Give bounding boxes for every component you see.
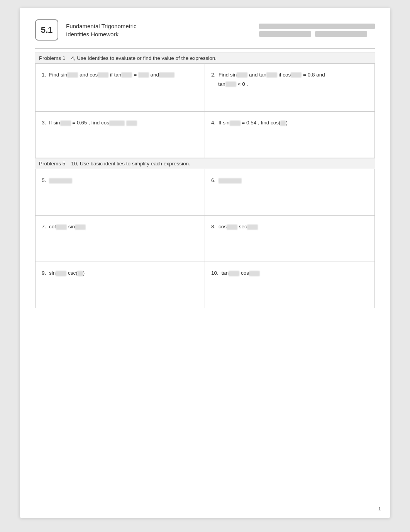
var-theta-1a <box>67 72 78 78</box>
problem-7-number: 7. <box>42 224 46 229</box>
problem-9: 9. sin csc() <box>36 262 205 308</box>
problem-2: 2. Find sin and tan if cos = 0.8 and tan… <box>205 64 374 112</box>
val-3 <box>126 121 137 126</box>
problem-10-number: 10. <box>211 270 219 276</box>
problem-6-number: 6. <box>211 177 215 183</box>
page-number: 1 <box>378 506 381 512</box>
header-fields <box>259 24 375 37</box>
section-1-label: Problems 1 <box>39 55 65 61</box>
var-theta-1b <box>98 72 108 78</box>
var-theta-2b <box>266 72 277 78</box>
problem-3: 3. If sin = 0.65 , find cos <box>36 112 205 158</box>
problem-4-number: 4. <box>211 120 215 126</box>
problem-3-number: 3. <box>42 120 46 126</box>
problem-8: 8. cos sec <box>205 216 374 262</box>
page-title: Fundamental Trigonometric Identities Hom… <box>66 22 137 38</box>
problems-grid-1: 1. Find sin and cos if tan = and 2. Find… <box>35 64 375 158</box>
problem-6: 6. <box>205 169 374 216</box>
problem-8-number: 8. <box>211 224 215 229</box>
page-header: 5.1 Fundamental Trigonometric Identities… <box>35 19 375 49</box>
var-8a <box>227 224 237 230</box>
expr-5 <box>49 178 72 184</box>
name-field <box>259 24 375 29</box>
problem-1: 1. Find sin and cos if tan = and <box>36 64 205 112</box>
section-2-text: 10, Use basic identities to simplify eac… <box>71 161 190 167</box>
problem-4: 4. If sin = 0.54 , find cos() <box>205 112 374 158</box>
var-9b <box>78 271 83 276</box>
var-theta-2c <box>291 72 302 78</box>
expr-6 <box>219 178 242 184</box>
problem-10: 10. tan cos <box>205 262 374 308</box>
problem-9-number: 9. <box>42 270 46 276</box>
problem-5-number: 5. <box>42 177 46 183</box>
var-9a <box>56 271 66 276</box>
problem-1-number: 1. <box>42 72 46 78</box>
var-arg-4 <box>280 121 286 126</box>
problem-7: 7. cot sin <box>36 216 205 262</box>
section-number: 5.1 <box>35 19 58 41</box>
var-10a <box>229 271 239 276</box>
problem-5: 5. <box>36 169 205 216</box>
var-tan-2 <box>225 82 236 87</box>
var-theta-2a <box>237 72 247 78</box>
section-2-label: Problems 5 <box>39 161 65 167</box>
homework-page: 5.1 Fundamental Trigonometric Identities… <box>20 8 390 518</box>
date-field <box>259 31 311 37</box>
section-2-header: Problems 5 10, Use basic identities to s… <box>35 158 375 169</box>
var-theta-3 <box>60 121 71 126</box>
problem-2-number: 2. <box>211 72 215 78</box>
problem-2-line2: tan < 0 . <box>218 80 368 88</box>
val-1 <box>138 72 149 78</box>
var-theta-1c <box>121 72 132 78</box>
var-cond-1 <box>159 72 175 78</box>
section-1-header: Problems 1 4, Use Identities to evaluate… <box>35 53 375 64</box>
date-period-row <box>259 31 375 37</box>
var-theta-4 <box>230 121 241 126</box>
var-8b <box>247 224 258 230</box>
var-7b <box>75 224 86 230</box>
var-10b <box>249 271 260 276</box>
section-1-text: 4, Use Identities to evaluate or find th… <box>71 55 217 61</box>
var-7a <box>56 224 67 230</box>
period-field <box>315 31 367 37</box>
var-cos-3 <box>109 121 125 126</box>
problems-grid-2: 5. 6. 7. cot sin 8. cos sec 9. sin csc() <box>35 169 375 308</box>
